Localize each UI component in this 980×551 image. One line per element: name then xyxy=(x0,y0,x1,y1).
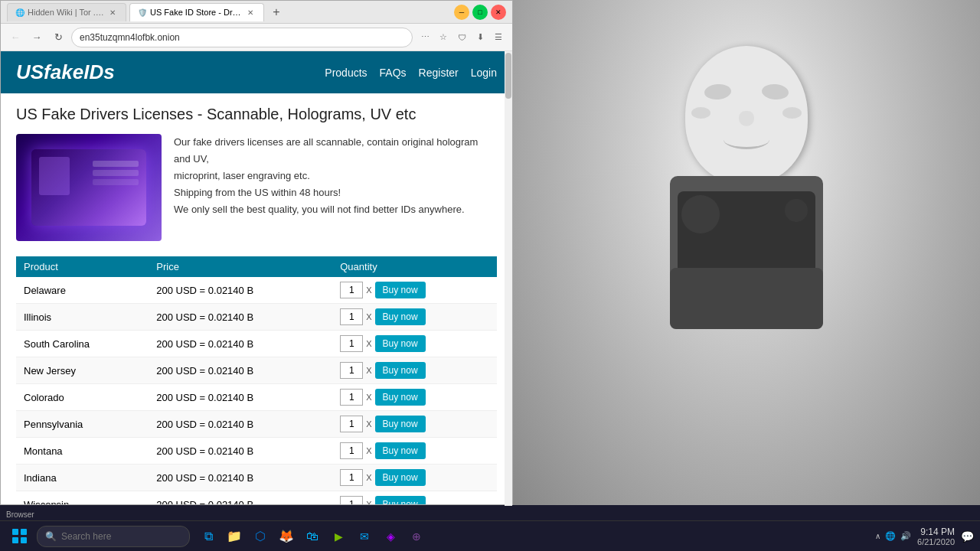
url-input[interactable] xyxy=(71,28,413,47)
desc-line-3: Shipping from the US within 48 hours! xyxy=(174,184,497,201)
qty-input[interactable] xyxy=(340,469,363,486)
site-logo: USfakeIDs xyxy=(16,60,115,84)
product-qty-cell: XBuy now xyxy=(332,304,497,331)
menu-icon[interactable]: ☰ xyxy=(491,30,506,45)
table-row: Delaware200 USD = 0.02140 BXBuy now xyxy=(16,277,497,304)
product-qty-cell: XBuy now xyxy=(332,411,497,438)
buy-now-button[interactable]: Buy now xyxy=(375,469,426,486)
bookmark-icon[interactable]: ☆ xyxy=(436,30,451,45)
win-q1 xyxy=(12,529,18,535)
shield-icon[interactable]: 🛡 xyxy=(454,30,469,45)
tab-1[interactable]: 🌐 Hidden Wiki | Tor .onion urls d... ✕ xyxy=(7,3,126,21)
qty-input[interactable] xyxy=(340,282,363,298)
scrollbar-thumb[interactable] xyxy=(505,53,511,99)
mail-icon: ✉ xyxy=(360,530,369,543)
volume-icon[interactable]: 🔊 xyxy=(900,531,911,541)
main-content: US Fake Drivers Licenses - Scannable, Ho… xyxy=(1,93,512,504)
products-table: Product Price Quantity Delaware200 USD =… xyxy=(16,256,497,504)
table-row: New Jersey200 USD = 0.02140 BXBuy now xyxy=(16,357,497,384)
table-row: Wisconsin200 USD = 0.02140 BXBuy now xyxy=(16,491,497,505)
product-name: Delaware xyxy=(16,277,149,304)
qty-input[interactable] xyxy=(340,362,363,379)
table-row: Illinois200 USD = 0.02140 BXBuy now xyxy=(16,304,497,331)
qty-input[interactable] xyxy=(340,416,363,432)
buy-now-button[interactable]: Buy now xyxy=(375,282,426,298)
browser-label: Browser xyxy=(6,510,34,519)
extensions-icon[interactable]: ⋯ xyxy=(417,30,433,45)
edge-icon: ⬡ xyxy=(255,529,266,543)
store-button[interactable]: 🛍 xyxy=(300,524,325,549)
qty-input[interactable] xyxy=(340,308,363,325)
qty-input[interactable] xyxy=(340,442,363,459)
app7-button[interactable]: ◈ xyxy=(378,524,403,549)
back-button[interactable]: ← xyxy=(7,29,24,46)
product-name: Wisconsin xyxy=(16,491,149,505)
title-bar: 🌐 Hidden Wiki | Tor .onion urls d... ✕ 🛡… xyxy=(1,1,512,24)
sync-icon[interactable]: ⬇ xyxy=(472,30,488,45)
site-header: USfakeIDs Products FAQs Register Login xyxy=(1,51,512,93)
buy-now-button[interactable]: Buy now xyxy=(375,416,426,432)
start-button[interactable] xyxy=(6,524,34,549)
close-button[interactable]: ✕ xyxy=(491,5,506,20)
qty-container: XBuy now xyxy=(340,442,489,459)
qty-input[interactable] xyxy=(340,389,363,406)
product-qty-cell: XBuy now xyxy=(332,491,497,505)
product-image xyxy=(16,134,162,241)
network-icon[interactable]: 🌐 xyxy=(885,531,896,541)
address-bar: ← → ↻ ⋯ ☆ 🛡 ⬇ ☰ xyxy=(1,24,512,51)
product-qty-cell: XBuy now xyxy=(332,357,497,384)
reload-button[interactable]: ↻ xyxy=(50,29,67,46)
taskbar-search[interactable]: 🔍 xyxy=(37,526,190,547)
file-explorer-button[interactable]: 📁 xyxy=(222,524,247,549)
mail-button[interactable]: ✉ xyxy=(352,524,377,549)
maximize-button[interactable]: □ xyxy=(472,5,488,20)
qty-container: XBuy now xyxy=(340,469,489,486)
buy-now-button[interactable]: Buy now xyxy=(375,389,426,406)
win-q4 xyxy=(21,537,27,543)
tor-button[interactable]: ⊕ xyxy=(404,524,429,549)
product-price: 200 USD = 0.02140 B xyxy=(149,304,332,331)
desc-line-1: Our fake drivers licenses are all scanna… xyxy=(174,134,497,168)
buy-now-button[interactable]: Buy now xyxy=(375,442,426,459)
buy-now-button[interactable]: Buy now xyxy=(375,308,426,325)
site-content: USfakeIDs Products FAQs Register Login U… xyxy=(1,51,512,504)
task-view-button[interactable]: ⧉ xyxy=(196,524,220,549)
nav-register[interactable]: Register xyxy=(419,67,459,79)
qty-input[interactable] xyxy=(340,335,363,352)
site-nav: Products FAQs Register Login xyxy=(325,67,497,79)
tab-2-favicon: 🛡️ xyxy=(138,8,147,17)
up-arrow-icon[interactable]: ∧ xyxy=(875,532,880,540)
nav-login[interactable]: Login xyxy=(471,67,497,79)
date: 6/21/2020 xyxy=(917,537,955,546)
buy-now-button[interactable]: Buy now xyxy=(375,362,426,379)
nvidia-button[interactable]: ▶ xyxy=(326,524,351,549)
buy-now-button[interactable]: Buy now xyxy=(375,335,426,352)
tab-1-close[interactable]: ✕ xyxy=(107,7,118,18)
firefox-icon: 🦊 xyxy=(279,529,294,543)
edge-button[interactable]: ⬡ xyxy=(248,524,273,549)
product-price: 200 USD = 0.02140 B xyxy=(149,411,332,438)
file-explorer-icon: 📁 xyxy=(227,529,242,543)
firefox-button[interactable]: 🦊 xyxy=(274,524,299,549)
minimize-button[interactable]: ─ xyxy=(454,5,469,20)
nav-faqs[interactable]: FAQs xyxy=(380,67,407,79)
qty-container: XBuy now xyxy=(340,335,489,352)
tab-1-favicon: 🌐 xyxy=(15,8,24,17)
window-controls: ─ □ ✕ xyxy=(454,5,506,20)
notification-icon[interactable]: 💬 xyxy=(961,530,974,543)
search-input[interactable] xyxy=(61,531,181,542)
product-description: Our fake drivers licenses are all scanna… xyxy=(174,134,497,241)
id-card-visual xyxy=(31,149,146,226)
qty-x-label: X xyxy=(366,446,371,455)
tab-2[interactable]: 🛡️ US Fake ID Store - Drivers Licer... ✕ xyxy=(129,3,264,21)
taskbar-right: ∧ 🌐 🔊 9:14 PM 6/21/2020 💬 xyxy=(875,527,974,546)
forward-button[interactable]: → xyxy=(28,29,45,46)
nav-products[interactable]: Products xyxy=(325,67,367,79)
tab-2-close[interactable]: ✕ xyxy=(245,7,256,18)
scrollbar[interactable] xyxy=(505,51,512,506)
new-tab-button[interactable]: + xyxy=(267,3,286,21)
buy-now-button[interactable]: Buy now xyxy=(375,496,426,504)
qty-x-label: X xyxy=(366,393,371,402)
qty-container: XBuy now xyxy=(340,362,489,379)
qty-input[interactable] xyxy=(340,496,363,504)
